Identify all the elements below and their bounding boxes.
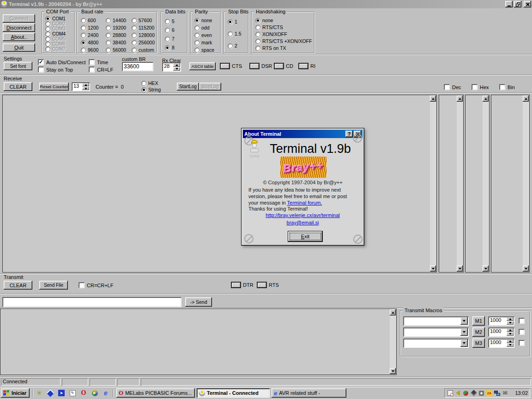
- radio-handshake-none[interactable]: none: [255, 18, 312, 23]
- macro2-delay-spinner[interactable]: 1000: [488, 327, 514, 337]
- spin-up-button[interactable]: [507, 339, 514, 343]
- radio-stopbits-1-5[interactable]: 1.5: [228, 31, 242, 36]
- scrollbar-track[interactable]: [457, 102, 463, 266]
- tray-zonealarm-icon[interactable]: ZA: [486, 390, 493, 397]
- radio-handshake-rtscts[interactable]: RTS/CTS: [255, 24, 312, 30]
- radio-baud-2400[interactable]: 2400: [81, 32, 98, 38]
- radio-databits-5[interactable]: 5: [165, 18, 175, 24]
- cr-crlf-checkbox[interactable]: CR=CR+LF: [79, 282, 113, 288]
- task-melabs-forums[interactable]: O MELabs PICBASIC Forums...: [116, 388, 195, 398]
- set-font-button[interactable]: Set font: [4, 62, 32, 70]
- macro3-repeat-checkbox[interactable]: [519, 340, 525, 346]
- radio-baud-56000[interactable]: 56000: [106, 47, 126, 53]
- radio-parity-mark[interactable]: mark: [194, 40, 214, 45]
- receive-clear-button[interactable]: CLEAR: [4, 82, 32, 91]
- radio-baud-115200[interactable]: 115200: [132, 25, 155, 30]
- time-checkbox[interactable]: Time: [89, 59, 108, 65]
- about-button[interactable]: About..: [3, 33, 35, 41]
- macro1-delay-spinner[interactable]: 1000: [488, 316, 514, 326]
- scroll-down-button[interactable]: [523, 266, 529, 272]
- quicklaunch-starburst-icon[interactable]: ✳: [35, 389, 43, 397]
- hex-view-checkbox[interactable]: Hex: [472, 84, 489, 90]
- scrollbar-track[interactable]: [390, 315, 396, 368]
- receive-main-scrollbar[interactable]: [430, 96, 436, 272]
- scroll-up-button[interactable]: [483, 96, 489, 102]
- dialog-help-button[interactable]: ?: [345, 131, 353, 137]
- scroll-down-button[interactable]: [483, 266, 489, 272]
- radio-stopbits-1[interactable]: 1: [228, 19, 242, 24]
- macro2-combobox[interactable]: [403, 327, 469, 337]
- radio-handshake-xonxoff[interactable]: XON/XOFF: [255, 31, 312, 37]
- auto-disconnect-checkbox[interactable]: Auto Dis/Connect: [38, 59, 86, 65]
- radio-parity-none[interactable]: none: [194, 18, 214, 23]
- radio-com7[interactable]: COM7: [45, 47, 66, 52]
- radio-databits-6[interactable]: 6: [165, 27, 175, 33]
- dec-pane-scrollbar[interactable]: [457, 96, 463, 272]
- receive-display-bin[interactable]: [491, 95, 530, 272]
- spin-down-button[interactable]: [507, 344, 514, 347]
- reset-counter-button[interactable]: Reset Counter: [39, 83, 69, 91]
- transmit-clear-button[interactable]: CLEAR: [4, 281, 32, 290]
- macro2-repeat-checkbox[interactable]: [519, 329, 525, 335]
- radio-stopbits-2[interactable]: 2: [228, 43, 242, 48]
- radio-com1[interactable]: COM1: [45, 16, 66, 21]
- radio-baud-600[interactable]: 600: [81, 18, 98, 23]
- dropdown-button[interactable]: [460, 339, 468, 347]
- transmit-history-pane[interactable]: [0, 308, 397, 375]
- send-button[interactable]: -> Send: [185, 297, 212, 307]
- macro2-button[interactable]: M2: [472, 327, 485, 337]
- scroll-up-button[interactable]: [457, 96, 463, 102]
- restore-button[interactable]: [514, 1, 521, 7]
- dropdown-button[interactable]: [460, 328, 468, 336]
- task-avr-related-stuff[interactable]: e AVR related stuff -: [272, 388, 346, 398]
- radio-baud-256000[interactable]: 256000: [132, 40, 155, 45]
- quicklaunch-ie-icon[interactable]: e: [102, 389, 110, 397]
- scroll-up-button[interactable]: [430, 96, 436, 102]
- radio-com4[interactable]: COM4: [45, 31, 66, 36]
- scrollbar-track[interactable]: [523, 102, 529, 266]
- receive-display-main[interactable]: [2, 95, 437, 272]
- tray-scheduler-icon[interactable]: [447, 390, 453, 397]
- spin-down-button[interactable]: [507, 332, 514, 336]
- radio-baud-38400[interactable]: 38400: [106, 40, 126, 45]
- radio-baud-4800[interactable]: 4800: [81, 40, 98, 45]
- macro3-button[interactable]: M3: [472, 339, 485, 348]
- scroll-up-button[interactable]: [523, 96, 529, 102]
- tray-graph-icon[interactable]: [470, 390, 477, 397]
- rx-clear-spinner[interactable]: 28: [162, 62, 181, 72]
- scrollbar-track[interactable]: [483, 102, 489, 266]
- radio-handshake-rts-on-tx[interactable]: RTS on TX: [255, 45, 312, 51]
- scroll-down-button[interactable]: [390, 368, 396, 374]
- radio-com6[interactable]: COM6: [45, 42, 66, 47]
- string-radio[interactable]: String: [141, 87, 161, 92]
- email-link[interactable]: bray@email.si: [287, 220, 319, 225]
- title-bar[interactable]: Terminal v1.9b - 20040204 - by Br@y++: [0, 0, 532, 8]
- macro3-delay-spinner[interactable]: 1000: [488, 339, 514, 348]
- macro1-combobox[interactable]: [403, 316, 469, 326]
- stop-log-button[interactable]: StopLog: [199, 83, 221, 91]
- scroll-down-button[interactable]: [457, 266, 463, 272]
- radio-databits-8[interactable]: 8: [165, 45, 175, 50]
- macro3-combobox[interactable]: [403, 339, 469, 348]
- radio-com3[interactable]: COM3: [45, 26, 66, 31]
- spin-up-button[interactable]: [507, 328, 514, 332]
- website-link[interactable]: http://bray.velenje.cx/avr/terminal: [266, 212, 340, 218]
- quit-button[interactable]: Quit: [3, 43, 35, 52]
- tray-messenger-icon[interactable]: [462, 390, 469, 397]
- start-button[interactable]: Iniciar: [1, 388, 30, 398]
- receive-count-spinner[interactable]: 13: [72, 82, 90, 91]
- disconnect-button[interactable]: Disconnect: [3, 24, 35, 32]
- spin-up-button[interactable]: [507, 317, 514, 321]
- quicklaunch-pointer-icon[interactable]: ➤: [57, 389, 66, 397]
- ascii-table-button[interactable]: ASCII table: [189, 62, 216, 70]
- bin-view-checkbox[interactable]: Bin: [499, 84, 515, 90]
- radio-com5[interactable]: COM5: [45, 36, 66, 42]
- quicklaunch-mediaplayer-icon[interactable]: ▶: [91, 389, 99, 397]
- send-input[interactable]: [2, 297, 181, 307]
- radio-parity-space[interactable]: space: [194, 47, 214, 53]
- tray-volume-icon[interactable]: [454, 390, 461, 397]
- scroll-down-button[interactable]: [430, 266, 436, 272]
- macro1-button[interactable]: M1: [472, 316, 485, 326]
- radio-baud-custom[interactable]: custom: [132, 47, 155, 53]
- close-button[interactable]: [524, 1, 531, 7]
